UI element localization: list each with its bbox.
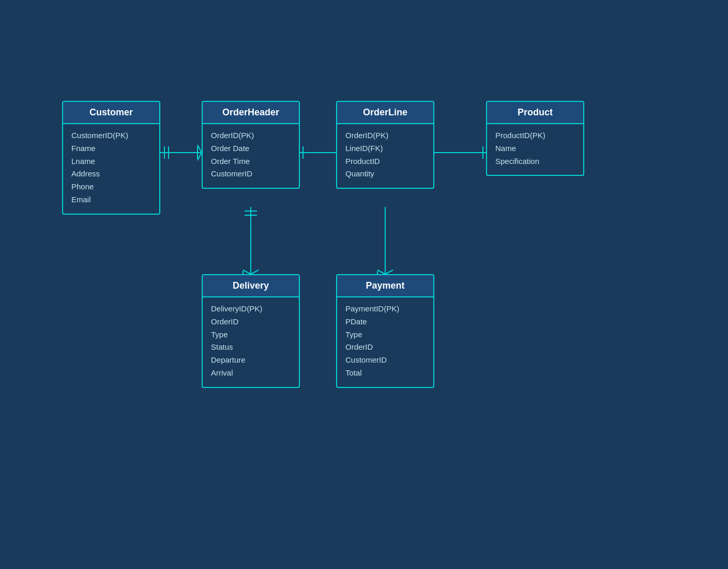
orderline-field-1: LineID(FK) bbox=[345, 142, 425, 155]
delivery-body: DeliveryID(PK) OrderID Type Status Depar… bbox=[203, 297, 299, 387]
customer-field-0: CustomerID(PK) bbox=[71, 129, 151, 142]
product-field-2: Specification bbox=[495, 155, 575, 168]
customer-field-1: Fname bbox=[71, 142, 151, 155]
product-body: ProductID(PK) Name Specification bbox=[487, 124, 583, 175]
orderheader-field-0: OrderID(PK) bbox=[211, 129, 291, 142]
orderline-field-0: OrderID(PK) bbox=[345, 129, 425, 142]
orderline-body: OrderID(PK) LineID(FK) ProductID Quantit… bbox=[337, 124, 433, 188]
payment-field-3: OrderID bbox=[345, 341, 425, 354]
customer-field-4: Phone bbox=[71, 181, 151, 193]
orderline-field-2: ProductID bbox=[345, 155, 425, 168]
customer-body: CustomerID(PK) Fname Lname Address Phone… bbox=[63, 124, 159, 214]
delivery-title: Delivery bbox=[203, 275, 299, 297]
orderline-title: OrderLine bbox=[337, 102, 433, 124]
orderheader-body: OrderID(PK) Order Date Order Time Custom… bbox=[203, 124, 299, 188]
delivery-field-3: Status bbox=[211, 341, 291, 354]
product-field-0: ProductID(PK) bbox=[495, 129, 575, 142]
delivery-field-5: Arrival bbox=[211, 367, 291, 380]
orderheader-field-2: Order Time bbox=[211, 155, 291, 168]
delivery-entity: Delivery DeliveryID(PK) OrderID Type Sta… bbox=[202, 274, 300, 388]
delivery-field-0: DeliveryID(PK) bbox=[211, 303, 291, 316]
delivery-field-2: Type bbox=[211, 328, 291, 341]
payment-field-1: PDate bbox=[345, 316, 425, 328]
product-field-1: Name bbox=[495, 142, 575, 155]
payment-title: Payment bbox=[337, 275, 433, 297]
orderheader-entity: OrderHeader OrderID(PK) Order Date Order… bbox=[202, 101, 300, 189]
svg-line-25 bbox=[385, 270, 393, 274]
payment-entity: Payment PaymentID(PK) PDate Type OrderID… bbox=[336, 274, 434, 388]
payment-field-5: Total bbox=[345, 367, 425, 380]
svg-line-24 bbox=[377, 270, 385, 274]
product-title: Product bbox=[487, 102, 583, 124]
orderheader-field-1: Order Date bbox=[211, 142, 291, 155]
orderheader-title: OrderHeader bbox=[203, 102, 299, 124]
svg-line-4 bbox=[198, 153, 202, 160]
customer-field-3: Address bbox=[71, 168, 151, 181]
svg-line-3 bbox=[198, 145, 202, 153]
payment-field-0: PaymentID(PK) bbox=[345, 303, 425, 316]
payment-field-4: CustomerID bbox=[345, 354, 425, 367]
customer-entity: Customer CustomerID(PK) Fname Lname Addr… bbox=[62, 101, 160, 215]
customer-field-2: Lname bbox=[71, 155, 151, 168]
svg-line-19 bbox=[251, 270, 259, 274]
svg-line-18 bbox=[243, 270, 251, 274]
customer-title: Customer bbox=[63, 102, 159, 124]
customer-field-5: Email bbox=[71, 193, 151, 206]
delivery-field-1: OrderID bbox=[211, 316, 291, 328]
orderline-entity: OrderLine OrderID(PK) LineID(FK) Product… bbox=[336, 101, 434, 189]
product-entity: Product ProductID(PK) Name Specification bbox=[486, 101, 584, 176]
payment-body: PaymentID(PK) PDate Type OrderID Custome… bbox=[337, 297, 433, 387]
orderline-field-3: Quantity bbox=[345, 168, 425, 181]
payment-field-2: Type bbox=[345, 328, 425, 341]
delivery-field-4: Departure bbox=[211, 354, 291, 367]
erd-diagram: Customer CustomerID(PK) Fname Lname Addr… bbox=[0, 0, 728, 569]
orderheader-field-3: CustomerID bbox=[211, 168, 291, 181]
